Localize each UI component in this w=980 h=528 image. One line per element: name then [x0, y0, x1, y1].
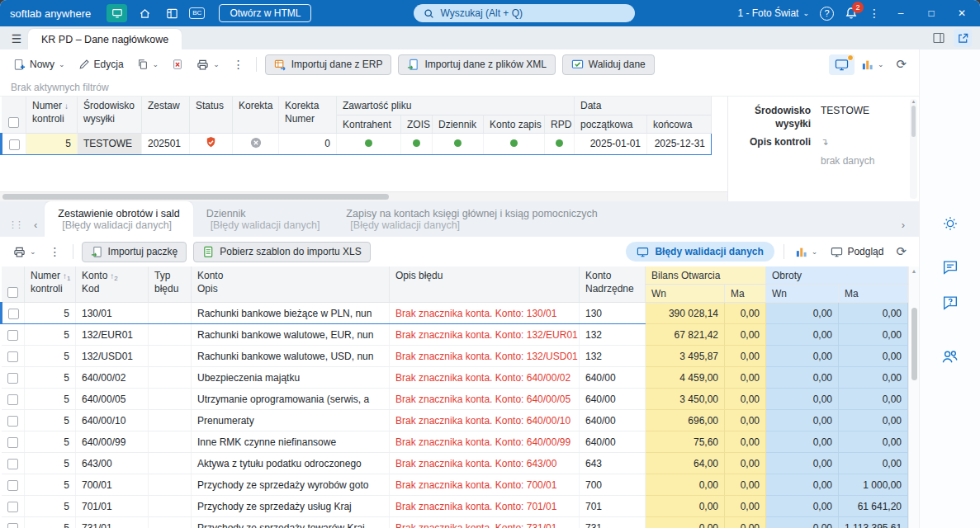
row-checkbox[interactable]: [7, 394, 18, 405]
col-typ-bledu[interactable]: Typbłędu: [149, 266, 192, 303]
minimize-button[interactable]: –: [891, 7, 911, 19]
error-row[interactable]: 5 701/01 Przychody ze sprzedaży usług Kr…: [2, 496, 908, 517]
chart-view-button[interactable]: ⌄: [790, 242, 824, 262]
refresh-icon[interactable]: ⟳: [891, 55, 911, 73]
error-row[interactable]: 5 643/00 Aktywa z tytułu podatku odroczo…: [2, 453, 908, 474]
print-button[interactable]: ⌄: [191, 54, 225, 75]
tab-dziennik[interactable]: Dziennik[Błędy walidacji danych]: [193, 201, 334, 237]
drag-handle-icon[interactable]: ⋮⋮: [7, 219, 26, 237]
tab-zestawienie-obrotow[interactable]: Zestawienie obrotów i sald[Błędy walidac…: [45, 201, 192, 237]
community-people-icon[interactable]: [940, 346, 961, 367]
help-chat-icon[interactable]: [940, 292, 961, 314]
col-srodowisko[interactable]: Środowiskowysyłki: [78, 97, 142, 133]
print-button[interactable]: ⌄: [7, 242, 42, 262]
tabs-scroll-right-icon[interactable]: ›: [894, 219, 912, 237]
col-zois[interactable]: ZOIS: [401, 115, 433, 133]
app-monitor-icon[interactable]: [107, 4, 127, 22]
col-konto-kod[interactable]: Konto↑2 Kod: [76, 266, 149, 303]
scrollbar-thumb[interactable]: [2, 194, 389, 200]
col-bilans-wn[interactable]: Wn: [646, 285, 725, 303]
scroll-up-icon[interactable]: ▲: [910, 99, 917, 104]
header-grid-row[interactable]: 5 TESTOWE 202501 0: [2, 133, 712, 154]
close-button[interactable]: ✕: [952, 7, 972, 19]
more-actions-button[interactable]: ⋮: [227, 54, 250, 74]
error-row[interactable]: 5 700/01 Przychody ze sprzedaży wyrobów …: [2, 474, 908, 496]
col-bilans-ma[interactable]: Ma: [725, 285, 766, 303]
row-checkbox[interactable]: [9, 139, 20, 150]
company-selector[interactable]: 1 - Foto Świat ⌄: [737, 7, 809, 19]
maximize-button[interactable]: □: [921, 7, 941, 19]
scrollbar-thumb[interactable]: [911, 308, 917, 380]
col-konto-opis[interactable]: KontoOpis: [192, 266, 390, 303]
download-template-button[interactable]: Pobierz szablon do importu XLS: [193, 242, 370, 262]
col-konto-zapis[interactable]: Konto zapis: [484, 115, 545, 133]
vertical-scrollbar[interactable]: ▲: [908, 266, 919, 528]
new-button[interactable]: Nowy ⌄: [7, 54, 71, 75]
more-actions-button[interactable]: ⋮: [44, 242, 67, 262]
error-row[interactable]: 5 640/00/10 Prenumeraty Brak znacznika k…: [2, 410, 908, 431]
select-all-checkbox[interactable]: [8, 117, 19, 128]
error-row[interactable]: 5 731/01 Przychody ze sprzedaży towarów …: [2, 517, 908, 528]
col-numer-kontroli[interactable]: Numer↓ kontroli: [26, 97, 78, 133]
chart-view-button[interactable]: ⌄: [856, 54, 890, 74]
tab-dane-naglowkowe[interactable]: KR PD – Dane nagłówkowe: [28, 29, 182, 50]
error-row[interactable]: 5 640/00/05 Utrzymanie oprogramowania (s…: [2, 389, 908, 410]
copy-button[interactable]: ⌄: [131, 54, 165, 74]
col-koncowa[interactable]: końcowa: [647, 115, 712, 133]
validation-errors-button[interactable]: Błędy walidacji danych: [626, 242, 774, 262]
row-checkbox[interactable]: [8, 309, 19, 319]
col-group-data[interactable]: Data: [575, 97, 712, 115]
col-status[interactable]: Status: [190, 97, 233, 133]
error-row[interactable]: 5 130/01 Rachunki bankowe bieżące w PLN,…: [2, 303, 908, 324]
hamburger-menu-icon[interactable]: ☰: [5, 32, 28, 50]
col-korekta-numer[interactable]: KorektaNumer: [279, 97, 337, 133]
refresh-icon[interactable]: ⟳: [891, 243, 911, 261]
import-package-button[interactable]: Importuj paczkę: [82, 242, 187, 262]
import-erp-button[interactable]: Importuj dane z ERP: [265, 54, 392, 75]
delete-button[interactable]: [166, 54, 189, 74]
col-poczatkowa[interactable]: początkowa: [575, 115, 647, 133]
home-icon[interactable]: [135, 3, 154, 23]
detail-scrollbar[interactable]: ▲: [910, 99, 917, 199]
notifications-bell-icon[interactable]: 2: [845, 7, 858, 20]
col-group-zawartosc[interactable]: Zawartość pliku: [337, 97, 575, 115]
row-checkbox[interactable]: [7, 373, 18, 384]
scrollbar-thumb[interactable]: [911, 106, 916, 137]
col-kontrahent[interactable]: Kontrahent: [337, 115, 401, 133]
tab-zapisy-na-kontach[interactable]: Zapisy na kontach księgi głównej i ksiąg…: [333, 201, 610, 237]
row-checkbox[interactable]: [7, 351, 18, 362]
col-obroty-ma[interactable]: Ma: [839, 285, 908, 303]
col-numer-kontroli[interactable]: Numer↑1 kontroli: [25, 266, 76, 303]
col-group-obroty[interactable]: Obroty: [766, 266, 908, 285]
import-xml-button[interactable]: Importuj dane z plików XML: [398, 54, 555, 75]
feedback-comment-icon[interactable]: [940, 257, 961, 278]
col-konto-nadrzedne[interactable]: KontoNadrzędne: [580, 266, 646, 303]
row-checkbox[interactable]: [7, 523, 18, 528]
col-opis-bledu[interactable]: Opis błędu: [390, 266, 580, 303]
row-checkbox[interactable]: [7, 459, 18, 469]
col-obroty-wn[interactable]: Wn: [766, 285, 839, 303]
row-checkbox[interactable]: [7, 480, 18, 491]
scroll-up-icon[interactable]: ▲: [909, 268, 919, 274]
monitor-status-button[interactable]: [829, 54, 855, 75]
kebab-menu-icon[interactable]: ⋮: [869, 7, 880, 19]
open-in-html-button[interactable]: Otwórz w HTML: [219, 4, 311, 22]
search-box[interactable]: [414, 4, 635, 22]
row-checkbox[interactable]: [7, 330, 18, 341]
edit-button[interactable]: Edycja: [73, 54, 130, 74]
col-dziennik[interactable]: Dziennik: [433, 115, 484, 133]
col-group-bilans-otwarcia[interactable]: Bilans Otwarcia: [646, 266, 766, 285]
search-input[interactable]: [440, 7, 625, 19]
validate-button[interactable]: Waliduj dane: [562, 54, 655, 75]
assistant-icon[interactable]: [940, 213, 961, 234]
panels-icon[interactable]: [162, 3, 182, 23]
error-row[interactable]: 5 640/00/99 Inne RMK czynne niefinansowe…: [2, 431, 908, 453]
bc-badge[interactable]: BC: [189, 7, 205, 19]
share-icon[interactable]: [954, 29, 972, 47]
tabs-scroll-left-icon[interactable]: ‹: [26, 219, 45, 237]
row-checkbox[interactable]: [7, 416, 18, 427]
horizontal-scrollbar[interactable]: [0, 191, 727, 201]
layout-panel-icon[interactable]: [930, 29, 948, 47]
col-zestaw[interactable]: Zestaw: [142, 97, 190, 133]
select-all-checkbox[interactable]: [7, 287, 18, 298]
